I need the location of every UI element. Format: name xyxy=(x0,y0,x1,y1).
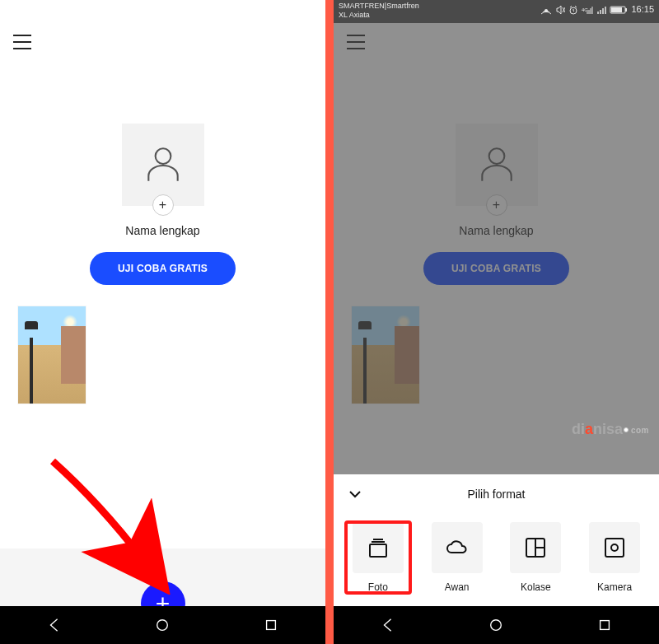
home-icon[interactable] xyxy=(155,618,170,632)
camera-icon xyxy=(602,535,627,560)
plus-icon: + xyxy=(159,198,166,212)
avatar-placeholder[interactable]: + xyxy=(122,124,204,206)
collapse-sheet-button[interactable] xyxy=(347,486,363,502)
hotspot-icon xyxy=(540,5,552,15)
phone-screenshot-step2: SMARTFREN|Smartfren XL Axiata 4G 16:15 + xyxy=(334,0,659,644)
format-option-awan[interactable]: Awan xyxy=(425,522,489,593)
option-label: Awan xyxy=(445,581,470,593)
topbar xyxy=(334,23,659,49)
svg-point-14 xyxy=(491,620,502,631)
status-bar: SMARTFREN|Smartfren XL Axiata 4G 16:15 xyxy=(334,0,659,23)
android-navbar xyxy=(0,606,325,644)
recent-icon[interactable] xyxy=(264,618,278,632)
profile-section: + Nama lengkap UJI COBA GRATIS xyxy=(334,124,659,285)
battery-icon xyxy=(610,5,628,15)
alarm-icon xyxy=(568,5,578,15)
format-option-kolase[interactable]: Kolase xyxy=(503,522,568,593)
profile-section: + Nama lengkap UJI COBA GRATIS xyxy=(0,124,325,285)
svg-rect-10 xyxy=(370,544,386,557)
photo-thumbnail[interactable] xyxy=(352,306,419,404)
android-navbar xyxy=(334,606,659,644)
svg-rect-2 xyxy=(267,621,276,630)
plus-icon: + xyxy=(493,198,500,212)
option-label: Kamera xyxy=(597,581,632,593)
carrier-text: SMARTFREN|Smartfren XL Axiata xyxy=(339,2,419,20)
back-icon[interactable] xyxy=(381,618,395,632)
svg-rect-8 xyxy=(625,8,627,12)
mute-icon xyxy=(555,5,565,15)
cloud-icon xyxy=(444,535,470,560)
person-icon xyxy=(142,143,185,186)
signal-4g-icon: 4G xyxy=(582,5,593,15)
menu-icon[interactable] xyxy=(13,35,31,49)
format-bottom-sheet: Pilih format Foto Awan xyxy=(334,474,659,606)
option-label: Foto xyxy=(368,581,388,593)
back-icon[interactable] xyxy=(47,618,62,632)
recent-icon[interactable] xyxy=(597,618,612,632)
svg-point-0 xyxy=(155,148,171,164)
person-icon xyxy=(475,143,518,186)
svg-point-9 xyxy=(488,148,504,164)
format-options: Foto Awan Kolase xyxy=(334,512,659,595)
watermark: dianisacom xyxy=(572,421,649,438)
add-avatar-button[interactable]: + xyxy=(152,194,174,216)
collage-icon xyxy=(523,535,548,560)
svg-rect-7 xyxy=(611,7,622,12)
format-option-kamera[interactable]: Kamera xyxy=(582,522,647,593)
signal-icon xyxy=(596,5,606,15)
name-placeholder-text[interactable]: Nama lengkap xyxy=(459,224,533,237)
photo-stack-icon xyxy=(366,535,390,560)
sheet-title: Pilih format xyxy=(334,488,659,501)
free-trial-button[interactable]: UJI COBA GRATIS xyxy=(423,252,569,285)
free-trial-button[interactable]: UJI COBA GRATIS xyxy=(90,252,236,285)
option-label: Kolase xyxy=(521,581,551,593)
home-icon[interactable] xyxy=(488,618,503,632)
name-placeholder-text[interactable]: Nama lengkap xyxy=(125,224,199,237)
format-option-foto[interactable]: Foto xyxy=(346,522,410,593)
status-spacer xyxy=(0,0,325,23)
phone-screenshot-step1: + Nama lengkap UJI COBA GRATIS + xyxy=(0,0,325,644)
svg-point-1 xyxy=(157,620,168,631)
add-avatar-button[interactable]: + xyxy=(486,194,507,216)
photo-thumbnail[interactable] xyxy=(18,306,86,404)
status-time: 16:15 xyxy=(631,4,654,15)
topbar xyxy=(0,23,325,49)
svg-rect-12 xyxy=(605,539,624,557)
avatar-placeholder[interactable]: + xyxy=(456,124,538,206)
svg-point-13 xyxy=(611,544,618,551)
menu-icon[interactable] xyxy=(347,35,365,49)
svg-rect-15 xyxy=(601,621,610,630)
